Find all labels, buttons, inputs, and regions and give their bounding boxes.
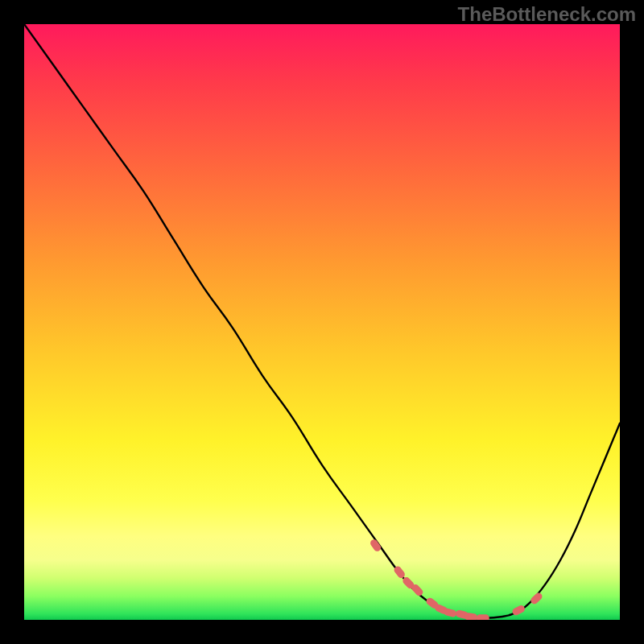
- curve-svg: [24, 24, 620, 620]
- minimum-markers-group: [369, 538, 543, 620]
- plot-area: [24, 24, 620, 620]
- minimum-marker: [530, 592, 544, 606]
- watermark-text: TheBottleneck.com: [458, 3, 636, 26]
- minimum-marker: [477, 614, 489, 620]
- bottleneck-curve: [24, 24, 620, 618]
- chart-container: TheBottleneck.com: [0, 0, 644, 644]
- minimum-marker: [464, 613, 477, 620]
